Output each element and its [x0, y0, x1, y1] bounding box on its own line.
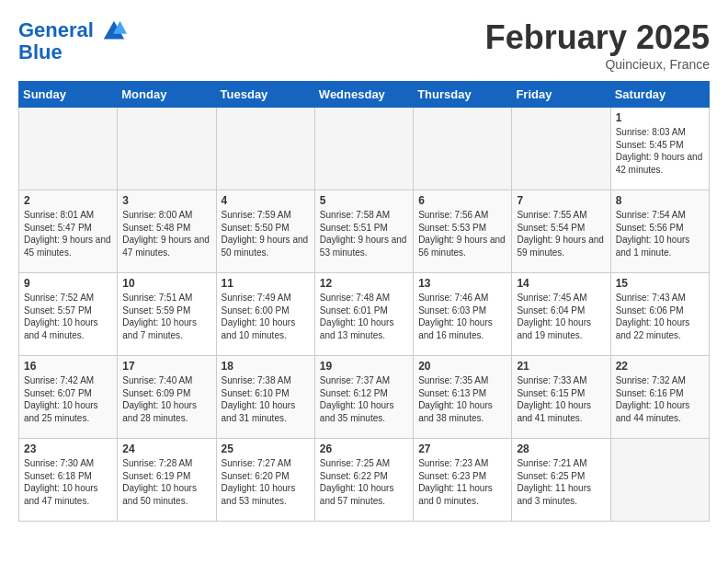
- day-info: Sunrise: 7:35 AM Sunset: 6:13 PM Dayligh…: [418, 374, 506, 424]
- weekday-header-monday: Monday: [118, 82, 216, 108]
- calendar-cell: 27Sunrise: 7:23 AM Sunset: 6:23 PM Dayli…: [414, 439, 512, 522]
- day-info: Sunrise: 7:38 AM Sunset: 6:10 PM Dayligh…: [222, 374, 310, 424]
- day-info: Sunrise: 8:01 AM Sunset: 5:47 PM Dayligh…: [24, 209, 112, 259]
- day-info: Sunrise: 7:40 AM Sunset: 6:09 PM Dayligh…: [122, 374, 210, 424]
- calendar-cell: 4Sunrise: 7:59 AM Sunset: 5:50 PM Daylig…: [216, 190, 314, 273]
- weekday-header-thursday: Thursday: [414, 82, 512, 108]
- day-number: 12: [320, 277, 408, 290]
- calendar-cell: 28Sunrise: 7:21 AM Sunset: 6:25 PM Dayli…: [512, 439, 610, 522]
- day-number: 11: [222, 277, 310, 290]
- logo: General Blue: [18, 18, 127, 64]
- weekday-header-wednesday: Wednesday: [314, 82, 413, 108]
- calendar-cell: 23Sunrise: 7:30 AM Sunset: 6:18 PM Dayli…: [19, 439, 118, 522]
- calendar-cell: [610, 439, 709, 522]
- weekday-header-saturday: Saturday: [610, 82, 709, 108]
- day-info: Sunrise: 7:54 AM Sunset: 5:56 PM Dayligh…: [616, 209, 704, 259]
- day-info: Sunrise: 7:55 AM Sunset: 5:54 PM Dayligh…: [517, 209, 605, 259]
- day-number: 6: [418, 194, 506, 207]
- page-header: General Blue February 2025 Quincieux, Fr…: [18, 18, 710, 72]
- calendar-cell: 2Sunrise: 8:01 AM Sunset: 5:47 PM Daylig…: [19, 190, 118, 273]
- day-info: Sunrise: 7:45 AM Sunset: 6:04 PM Dayligh…: [517, 292, 605, 341]
- day-number: 9: [24, 277, 112, 290]
- day-number: 17: [122, 360, 210, 373]
- day-number: 19: [320, 360, 408, 373]
- title-block: February 2025 Quincieux, France: [485, 18, 710, 72]
- calendar-cell: 1Sunrise: 8:03 AM Sunset: 5:45 PM Daylig…: [610, 108, 709, 190]
- day-info: Sunrise: 7:59 AM Sunset: 5:50 PM Dayligh…: [222, 209, 310, 259]
- calendar-table: SundayMondayTuesdayWednesdayThursdayFrid…: [18, 81, 710, 522]
- day-number: 1: [616, 111, 704, 124]
- day-number: 16: [24, 360, 112, 373]
- day-number: 14: [517, 277, 605, 290]
- calendar-cell: 20Sunrise: 7:35 AM Sunset: 6:13 PM Dayli…: [414, 356, 512, 439]
- day-number: 13: [418, 277, 506, 290]
- calendar-cell: 25Sunrise: 7:27 AM Sunset: 6:20 PM Dayli…: [216, 439, 314, 522]
- calendar-cell: [314, 108, 413, 190]
- day-number: 2: [24, 194, 112, 207]
- calendar-cell: 3Sunrise: 8:00 AM Sunset: 5:48 PM Daylig…: [118, 190, 216, 273]
- day-number: 15: [616, 277, 704, 290]
- calendar-cell: 7Sunrise: 7:55 AM Sunset: 5:54 PM Daylig…: [512, 190, 610, 273]
- day-info: Sunrise: 7:25 AM Sunset: 6:22 PM Dayligh…: [320, 457, 408, 507]
- day-info: Sunrise: 7:48 AM Sunset: 6:01 PM Dayligh…: [320, 292, 408, 341]
- month-title: February 2025: [485, 18, 710, 57]
- calendar-cell: 17Sunrise: 7:40 AM Sunset: 6:09 PM Dayli…: [118, 356, 216, 439]
- calendar-cell: 22Sunrise: 7:32 AM Sunset: 6:16 PM Dayli…: [610, 356, 709, 439]
- day-info: Sunrise: 7:46 AM Sunset: 6:03 PM Dayligh…: [418, 292, 506, 341]
- day-number: 24: [122, 442, 210, 455]
- day-number: 3: [122, 194, 210, 207]
- day-info: Sunrise: 7:28 AM Sunset: 6:19 PM Dayligh…: [122, 457, 210, 507]
- calendar-cell: [19, 108, 118, 190]
- calendar-body: 1Sunrise: 8:03 AM Sunset: 5:45 PM Daylig…: [19, 108, 710, 522]
- day-number: 22: [616, 360, 704, 373]
- calendar-cell: [414, 108, 512, 190]
- calendar-week-3: 16Sunrise: 7:42 AM Sunset: 6:07 PM Dayli…: [19, 356, 710, 439]
- calendar-cell: 21Sunrise: 7:33 AM Sunset: 6:15 PM Dayli…: [512, 356, 610, 439]
- calendar-week-0: 1Sunrise: 8:03 AM Sunset: 5:45 PM Daylig…: [19, 108, 710, 190]
- calendar-cell: 10Sunrise: 7:51 AM Sunset: 5:59 PM Dayli…: [118, 273, 216, 356]
- day-info: Sunrise: 7:43 AM Sunset: 6:06 PM Dayligh…: [616, 292, 704, 341]
- calendar-week-4: 23Sunrise: 7:30 AM Sunset: 6:18 PM Dayli…: [19, 439, 710, 522]
- day-info: Sunrise: 7:30 AM Sunset: 6:18 PM Dayligh…: [24, 457, 112, 507]
- calendar-cell: 14Sunrise: 7:45 AM Sunset: 6:04 PM Dayli…: [512, 273, 610, 356]
- calendar-cell: 5Sunrise: 7:58 AM Sunset: 5:51 PM Daylig…: [314, 190, 413, 273]
- day-number: 27: [418, 442, 506, 455]
- day-info: Sunrise: 8:00 AM Sunset: 5:48 PM Dayligh…: [122, 209, 210, 259]
- day-number: 26: [320, 442, 408, 455]
- day-number: 7: [517, 194, 605, 207]
- calendar-cell: 8Sunrise: 7:54 AM Sunset: 5:56 PM Daylig…: [610, 190, 709, 273]
- weekday-header-tuesday: Tuesday: [216, 82, 314, 108]
- calendar-cell: [512, 108, 610, 190]
- calendar-cell: 16Sunrise: 7:42 AM Sunset: 6:07 PM Dayli…: [19, 356, 118, 439]
- day-info: Sunrise: 8:03 AM Sunset: 5:45 PM Dayligh…: [616, 126, 704, 176]
- calendar-week-2: 9Sunrise: 7:52 AM Sunset: 5:57 PM Daylig…: [19, 273, 710, 356]
- calendar-cell: 9Sunrise: 7:52 AM Sunset: 5:57 PM Daylig…: [19, 273, 118, 356]
- calendar-cell: 15Sunrise: 7:43 AM Sunset: 6:06 PM Dayli…: [610, 273, 709, 356]
- calendar-cell: 13Sunrise: 7:46 AM Sunset: 6:03 PM Dayli…: [414, 273, 512, 356]
- calendar-cell: 24Sunrise: 7:28 AM Sunset: 6:19 PM Dayli…: [118, 439, 216, 522]
- calendar-cell: 12Sunrise: 7:48 AM Sunset: 6:01 PM Dayli…: [314, 273, 413, 356]
- calendar-cell: [118, 108, 216, 190]
- day-number: 20: [418, 360, 506, 373]
- calendar-cell: 6Sunrise: 7:56 AM Sunset: 5:53 PM Daylig…: [414, 190, 512, 273]
- day-number: 21: [517, 360, 605, 373]
- calendar-cell: 18Sunrise: 7:38 AM Sunset: 6:10 PM Dayli…: [216, 356, 314, 439]
- day-info: Sunrise: 7:52 AM Sunset: 5:57 PM Dayligh…: [24, 292, 112, 341]
- day-number: 5: [320, 194, 408, 207]
- calendar-cell: 19Sunrise: 7:37 AM Sunset: 6:12 PM Dayli…: [314, 356, 413, 439]
- day-info: Sunrise: 7:37 AM Sunset: 6:12 PM Dayligh…: [320, 374, 408, 424]
- day-number: 8: [616, 194, 704, 207]
- calendar-cell: [216, 108, 314, 190]
- day-number: 18: [222, 360, 310, 373]
- day-number: 28: [517, 442, 605, 455]
- location: Quincieux, France: [485, 57, 710, 72]
- day-number: 23: [24, 442, 112, 455]
- day-number: 25: [222, 442, 310, 455]
- calendar-cell: 11Sunrise: 7:49 AM Sunset: 6:00 PM Dayli…: [216, 273, 314, 356]
- day-info: Sunrise: 7:56 AM Sunset: 5:53 PM Dayligh…: [418, 209, 506, 259]
- calendar-cell: 26Sunrise: 7:25 AM Sunset: 6:22 PM Dayli…: [314, 439, 413, 522]
- day-info: Sunrise: 7:49 AM Sunset: 6:00 PM Dayligh…: [222, 292, 310, 341]
- calendar-header-row: SundayMondayTuesdayWednesdayThursdayFrid…: [19, 82, 710, 108]
- day-number: 10: [122, 277, 210, 290]
- calendar-week-1: 2Sunrise: 8:01 AM Sunset: 5:47 PM Daylig…: [19, 190, 710, 273]
